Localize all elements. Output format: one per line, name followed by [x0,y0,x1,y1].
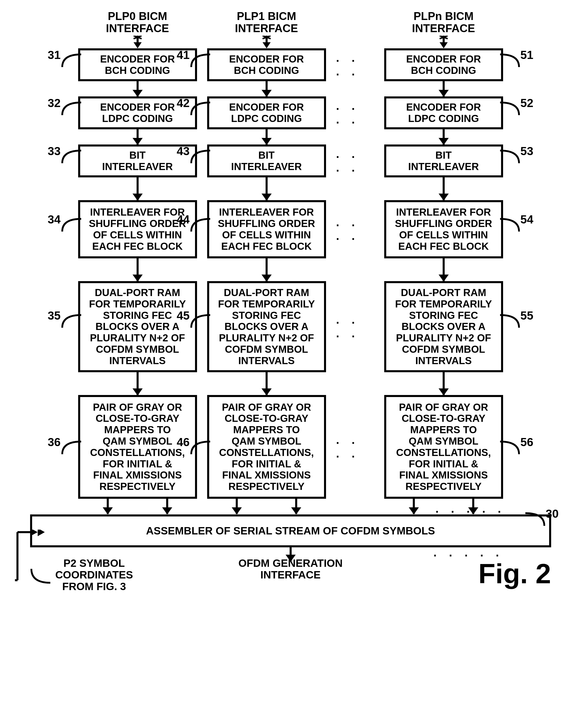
svg-marker-13 [38,529,45,536]
ref-31: 31 [48,48,61,62]
ellipsis-column: . . . . . . . . . . . . . . . . . . . . … [336,10,374,514]
ref-33: 33 [48,144,61,158]
box-bch-n: ENCODER FOR BCH CODING [384,48,503,81]
dual-arrow-icon [78,499,197,514]
ref-42: 42 [177,96,190,110]
box-ldpc-1: ENCODER FOR LDPC CODING [207,97,326,129]
ref-51: 51 [520,48,533,62]
box-bch-1: ENCODER FOR BCH CODING [207,48,326,81]
ofdm-label: OFDM GENERATION INTERFACE [238,557,342,581]
columns-container: PLP0 BICM INTERFACE ENCODER FOR BCH CODI… [5,10,576,514]
arrow-down-icon [443,372,445,395]
column-plp1: PLP1 BICM INTERFACE ENCODER FOR BCH CODI… [207,10,326,514]
box-ram-0: DUAL-PORT RAM FOR TEMPORARILY STORING FE… [78,281,197,372]
arrow-down-icon [443,258,445,281]
ref-44: 44 [177,212,190,226]
box-mapper-1: PAIR OF GRAY OR CLOSE-TO-GRAY MAPPERS TO… [207,395,326,499]
arrow-down-icon [262,36,272,48]
ref-53: 53 [520,144,533,158]
box-ram-1: DUAL-PORT RAM FOR TEMPORARILY STORING FE… [207,281,326,372]
box-mapper-n: PAIR OF GRAY OR CLOSE-TO-GRAY MAPPERS TO… [384,395,503,499]
ref-35: 35 [48,309,61,322]
ref-43: 43 [177,144,190,158]
box-bit-n: BIT INTERLEAVER [384,145,503,177]
svg-marker-5 [263,42,271,48]
arrow-down-icon [137,258,139,281]
ellipsis-icon: . . . . . [435,502,505,516]
assembler-wrap: . . . . . ASSEMBLER OF SERIAL STREAM OF … [30,515,551,547]
header-plp0: PLP0 BICM INTERFACE [106,10,169,35]
arrow-down-icon [266,258,268,281]
arrow-down-icon [137,372,139,395]
ellipsis-icon: . . . . [336,96,374,129]
arrow-down-icon [266,129,268,145]
ref-curve-icon [30,568,53,590]
ref-46: 46 [177,435,190,449]
arrow-down-icon [266,372,268,395]
ref-30: 30 [546,507,558,520]
ellipsis-icon: . . . . . [433,546,503,559]
header-plp1: PLP1 BICM INTERFACE [235,10,298,35]
arrow-down-icon [443,81,445,97]
box-bit-1: BIT INTERLEAVER [207,145,326,177]
box-assembler: ASSEMBLER OF SERIAL STREAM OF COFDM SYMB… [30,515,551,547]
arrow-down-icon [266,81,268,97]
bottom-row: P2 SYMBOL COORDINATES FROM FIG. 3 OFDM G… [30,557,551,616]
p2-label: P2 SYMBOL COORDINATES FROM FIG. 3 [55,557,133,593]
arrow-down-icon [266,177,268,200]
svg-marker-9 [440,42,448,48]
box-ram-n: DUAL-PORT RAM FOR TEMPORARILY STORING FE… [384,281,503,372]
arrow-down-icon [137,129,139,145]
ref-54: 54 [520,212,533,226]
dual-arrow-icon [207,499,326,514]
arrow-down-icon [439,36,449,48]
arrow-down-icon [133,36,143,48]
arrow-down-icon [137,177,139,200]
arrow-down-icon [443,177,445,200]
ref-41: 41 [177,48,190,62]
box-ldpc-n: ENCODER FOR LDPC CODING [384,97,503,129]
arrow-down-icon [443,129,445,145]
svg-marker-1 [134,42,142,48]
ref-52: 52 [520,96,533,110]
svg-marker-14 [30,529,38,536]
ref-55: 55 [520,309,533,322]
ellipsis-icon: . . . . [336,281,374,372]
block-diagram: PLP0 BICM INTERFACE ENCODER FOR BCH CODI… [5,10,576,616]
ellipsis-icon: . . . . [336,200,374,258]
ref-36: 36 [48,435,61,449]
arrow-down-icon [137,81,139,97]
header-plpn: PLPn BICM INTERFACE [412,10,475,35]
ref-32: 32 [48,96,61,110]
column-plpn: PLPn BICM INTERFACE ENCODER FOR BCH CODI… [384,10,503,514]
ellipsis-icon: . . . . [336,48,374,81]
box-shuffle-n: INTERLEAVER FOR SHUFFLING ORDER OF CELLS… [384,200,503,258]
box-shuffle-1: INTERLEAVER FOR SHUFFLING ORDER OF CELLS… [207,200,326,258]
ref-45: 45 [177,309,190,322]
ref-34: 34 [48,212,61,226]
box-shuffle-0: INTERLEAVER FOR SHUFFLING ORDER OF CELLS… [78,200,197,258]
p2-label-wrap: P2 SYMBOL COORDINATES FROM FIG. 3 [30,557,133,593]
ref-56: 56 [520,435,533,449]
figure-label: Fig. 2 [478,557,551,590]
ellipsis-icon: . . . . [336,144,374,177]
ellipsis-icon: . . . . [336,395,374,498]
